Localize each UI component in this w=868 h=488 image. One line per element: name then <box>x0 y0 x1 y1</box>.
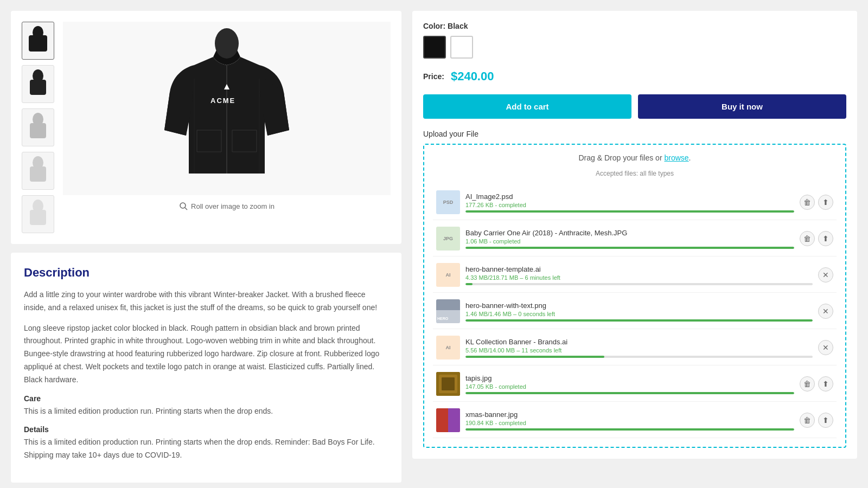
progress-bar-track <box>465 283 813 285</box>
thumbnail-1[interactable] <box>22 22 54 60</box>
cancel-button[interactable]: ✕ <box>818 340 833 355</box>
svg-text:ACME: ACME <box>210 97 235 105</box>
delete-button[interactable]: 🗑 <box>800 195 815 210</box>
add-to-cart-button[interactable]: Add to cart <box>423 94 631 119</box>
progress-bar-fill <box>465 428 794 431</box>
color-swatches <box>423 36 846 59</box>
file-item: tapis.jpg 147.05 KB - completed 🗑 ⬆ <box>433 367 837 402</box>
file-info: tapis.jpg 147.05 KB - completed <box>465 374 794 394</box>
file-actions: 🗑 ⬆ <box>800 195 833 210</box>
price-label: Price: <box>423 72 444 81</box>
zoom-icon <box>179 202 188 210</box>
product-options: Color: Black Price: $240.00 Add to cart … <box>412 11 857 459</box>
svg-rect-7 <box>30 166 46 182</box>
file-list: PSD AI_Image2.psd 177.26 KB - completed … <box>433 185 837 438</box>
progress-bar-fill <box>465 210 794 213</box>
product-image-section: ACME Roll <box>11 11 401 244</box>
upload-button[interactable]: ⬆ <box>818 195 833 210</box>
file-actions: ✕ <box>818 304 833 319</box>
progress-bar-track <box>465 210 794 213</box>
file-name: tapis.jpg <box>465 374 794 382</box>
thumbnail-5[interactable] <box>22 195 54 233</box>
progress-bar-fill <box>465 283 473 285</box>
color-swatch-white[interactable] <box>450 36 473 59</box>
file-item: xmas-banner.jpg 190.84 KB - completed 🗑 … <box>433 403 837 438</box>
file-status: 147.05 KB - completed <box>465 383 794 390</box>
file-actions: 🗑 ⬆ <box>800 376 833 391</box>
progress-bar-fill <box>465 392 794 394</box>
upload-button[interactable]: ⬆ <box>818 413 833 428</box>
file-actions: ✕ <box>818 340 833 355</box>
file-thumbnail: HERO <box>436 299 460 323</box>
file-item: AI KL Collection Banner - Brands.ai 5.56… <box>433 330 837 365</box>
right-panel: Color: Black Price: $240.00 Add to cart … <box>412 11 857 483</box>
file-name: xmas-banner.jpg <box>465 410 794 419</box>
svg-point-14 <box>180 203 186 208</box>
svg-point-10 <box>215 28 239 59</box>
file-info: AI_Image2.psd 177.26 KB - completed <box>465 192 794 213</box>
progress-bar-track <box>465 356 813 358</box>
thumbnail-2[interactable] <box>22 65 54 103</box>
thumbnail-4[interactable] <box>22 152 54 190</box>
delete-button[interactable]: 🗑 <box>800 231 815 246</box>
file-status: 4.33 MB/218.71 MB – 6 minutes left <box>465 274 813 281</box>
price-value: $240.00 <box>451 69 494 84</box>
progress-bar-track <box>465 319 813 322</box>
file-status: 5.56 MB/14.00 MB – 11 seconds left <box>465 347 813 354</box>
file-info: hero-banner-with-text.png 1.46 MB/1.46 M… <box>465 301 813 322</box>
progress-bar-fill <box>465 356 604 358</box>
svg-rect-23 <box>448 408 460 432</box>
care-label: Care <box>24 394 388 403</box>
color-swatch-black[interactable] <box>423 36 446 59</box>
delete-button[interactable]: 🗑 <box>800 413 815 428</box>
file-info: KL Collection Banner - Brands.ai 5.56 MB… <box>465 338 813 358</box>
thumbnail-3[interactable] <box>22 108 54 146</box>
file-actions: ✕ <box>818 267 833 282</box>
main-image: ACME <box>63 22 391 195</box>
file-info: Baby Carrier One Air (2018) - Anthracite… <box>465 229 794 249</box>
zoom-hint-text: Roll over image to zoom in <box>191 202 275 210</box>
drop-instructions: Drag & Drop your files or browse. <box>433 153 837 162</box>
file-info: hero-banner-template.ai 4.33 MB/218.71 M… <box>465 265 813 285</box>
file-actions: 🗑 ⬆ <box>800 231 833 246</box>
color-label: Color: Black <box>423 22 846 30</box>
color-section: Color: Black <box>423 22 846 59</box>
svg-rect-1 <box>29 35 47 52</box>
action-buttons: Add to cart Buy it now <box>423 94 846 119</box>
upload-button[interactable]: ⬆ <box>818 376 833 391</box>
buy-now-button[interactable]: Buy it now <box>638 94 846 119</box>
upload-dropzone[interactable]: Drag & Drop your files or browse. Accept… <box>423 144 846 448</box>
svg-line-15 <box>185 208 187 210</box>
file-info: xmas-banner.jpg 190.84 KB - completed <box>465 410 794 431</box>
description-title: Description <box>24 266 388 280</box>
cancel-button[interactable]: ✕ <box>818 304 833 319</box>
file-name: KL Collection Banner - Brands.ai <box>465 338 813 346</box>
file-actions: 🗑 ⬆ <box>800 413 833 428</box>
description-para-2: Long sleeve ripstop jacket color blocked… <box>24 322 388 387</box>
file-item: JPG Baby Carrier One Air (2018) - Anthra… <box>433 221 837 256</box>
delete-button[interactable]: 🗑 <box>800 376 815 391</box>
file-status: 1.46 MB/1.46 MB – 0 seconds left <box>465 311 813 317</box>
file-thumbnail: AI <box>436 263 460 287</box>
cancel-button[interactable]: ✕ <box>818 267 833 282</box>
browse-link[interactable]: browse <box>664 153 688 162</box>
file-thumbnail <box>436 372 460 396</box>
details-text: This is a limited edition production run… <box>24 436 388 462</box>
file-thumbnail: AI <box>436 336 460 359</box>
accepted-files-text: Accepted files: all file types <box>433 170 837 177</box>
file-thumbnail <box>436 408 460 432</box>
thumbnail-list <box>22 22 54 233</box>
svg-rect-22 <box>436 408 448 432</box>
file-item: HERO hero-banner-with-text.png 1.46 MB/1… <box>433 294 837 329</box>
upload-button[interactable]: ⬆ <box>818 231 833 246</box>
file-status: 1.06 MB - completed <box>465 238 794 245</box>
description-para-1: Add a little zing to your winter wardrob… <box>24 288 388 314</box>
svg-rect-5 <box>30 123 46 138</box>
progress-bar-track <box>465 392 794 394</box>
svg-rect-16 <box>436 299 460 310</box>
description-section: Description Add a little zing to your wi… <box>11 253 401 483</box>
progress-bar-track <box>465 428 794 431</box>
file-status: 177.26 KB - completed <box>465 202 794 208</box>
file-name: Baby Carrier One Air (2018) - Anthracite… <box>465 229 794 237</box>
care-text: This is a limited edition production run… <box>24 405 388 418</box>
